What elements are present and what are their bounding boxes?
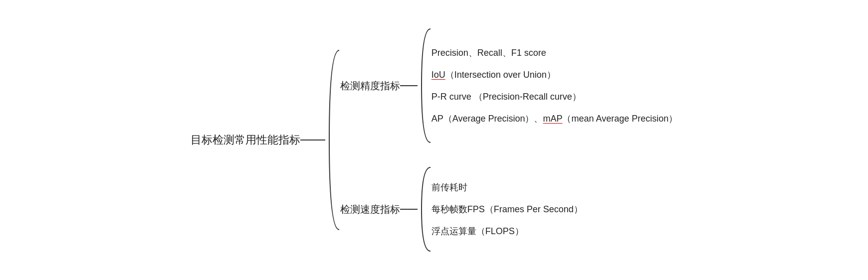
- item-prcurve: P-R curve （Precision-Recall curve）: [432, 86, 678, 108]
- root-connector: [300, 140, 325, 140]
- item-ap: AP（Average Precision）、mAP（mean Average P…: [432, 108, 678, 130]
- level2-speed-items: 前传耗时 每秒帧数FPS（Frames Per Second） 浮点运算量（FL…: [432, 176, 583, 242]
- accuracy-connector: [400, 85, 418, 86]
- level1-item-accuracy: 检测精度指标 Precision、Recall、F1 score IoU（Int…: [340, 24, 678, 147]
- level1-brace: [325, 45, 340, 235]
- item-flops: 浮点运算量（FLOPS）: [432, 220, 583, 242]
- item-iou: IoU（Intersection over Union）: [432, 64, 678, 86]
- level2-accuracy-items: Precision、Recall、F1 score IoU（Intersecti…: [432, 42, 678, 130]
- item-prf: Precision、Recall、F1 score: [432, 42, 678, 64]
- item-fps: 每秒帧数FPS（Frames Per Second）: [432, 198, 583, 220]
- level1-spacer: [340, 152, 678, 162]
- level2-brace-accuracy: [418, 24, 432, 147]
- item-forward: 前传耗时: [432, 176, 583, 198]
- level1-accuracy-label: 检测精度指标: [340, 76, 400, 96]
- level1-item-speed: 检测速度指标 前传耗时 每秒帧数FPS（Frames Per Second） 浮…: [340, 162, 678, 256]
- map-underline: mAP: [543, 114, 562, 124]
- speed-connector: [400, 209, 418, 210]
- iou-underline: IoU: [432, 70, 445, 80]
- level1-items: 检测精度指标 Precision、Recall、F1 score IoU（Int…: [340, 24, 678, 256]
- level2-brace-speed: [418, 162, 432, 256]
- level1-speed-label: 检测速度指标: [340, 200, 400, 219]
- root-label: 目标检测常用性能指标: [191, 129, 300, 151]
- diagram: 目标检测常用性能指标 检测精度指标 Precision、Recall、F1 sc…: [191, 24, 678, 256]
